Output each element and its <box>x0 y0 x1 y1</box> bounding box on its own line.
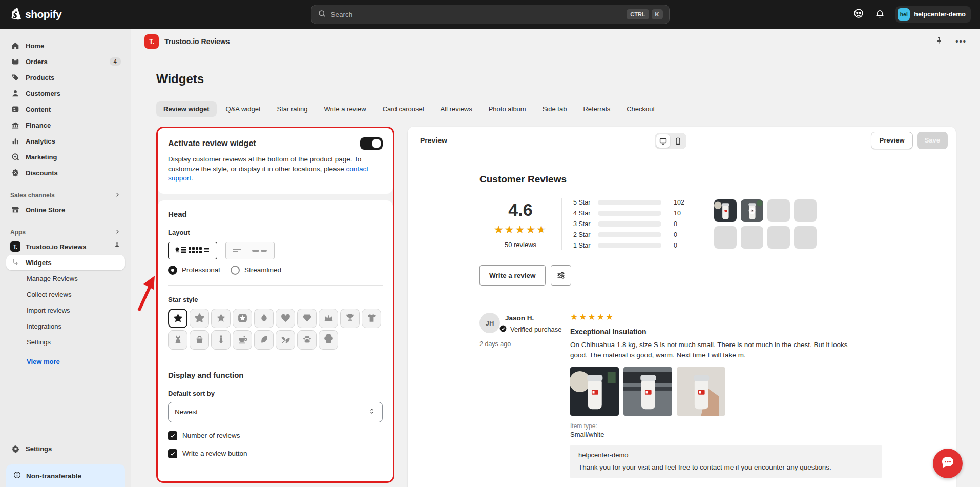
tab-side-tab[interactable]: Side tab <box>535 101 574 117</box>
search-placeholder: Search <box>331 11 353 18</box>
star-style-handbag-icon[interactable] <box>190 330 209 350</box>
sidebar-item-marketing[interactable]: Marketing <box>6 149 125 165</box>
sidebar-item-finance[interactable]: Finance <box>6 117 125 133</box>
star-style-heart-icon[interactable] <box>276 309 295 328</box>
apps-header[interactable]: Apps <box>6 226 125 239</box>
tab-all-reviews[interactable]: All reviews <box>433 101 479 117</box>
select-updown-icon <box>368 407 376 417</box>
orders-icon <box>10 57 20 66</box>
review-photo-tumbler-in-hand[interactable] <box>677 367 725 416</box>
star-style-label: Star style <box>168 296 383 303</box>
layout-streamlined-thumbnail[interactable] <box>225 242 275 259</box>
filter-sliders-icon[interactable] <box>551 265 571 286</box>
star-style-coffee-cup-icon[interactable] <box>233 330 252 350</box>
write-review-button-checkbox[interactable]: Write a review button <box>168 449 383 458</box>
sidebar-item-discounts[interactable]: Discounts <box>6 165 125 180</box>
assistant-icon[interactable] <box>853 8 864 21</box>
item-type-label: Item type: <box>570 422 884 430</box>
star-style-dress-icon[interactable] <box>168 330 187 350</box>
desktop-preview-icon[interactable] <box>656 134 670 148</box>
tab-referrals[interactable]: Referrals <box>576 101 617 117</box>
review-photo-tumbler-on-table[interactable] <box>623 367 672 416</box>
chat-button[interactable] <box>933 449 963 478</box>
tab-review-widget[interactable]: Review widget <box>156 101 217 117</box>
review-body: On Chihuahua 1.8 kg, size S is not much … <box>570 340 849 360</box>
pin-icon[interactable] <box>935 36 943 47</box>
star-style-crown-icon[interactable] <box>319 309 338 328</box>
sidebar-item-trustoo-app[interactable]: T. Trustoo.io Reviews <box>6 239 125 254</box>
page-title: Widgets <box>156 72 956 86</box>
pin-icon[interactable] <box>113 242 121 251</box>
default-sort-select[interactable]: Newest <box>168 402 383 422</box>
rating-bar-5-star[interactable]: 5 Star102 <box>573 199 684 206</box>
star-style-chef-hat-icon[interactable] <box>319 330 338 350</box>
star-style-star-solid-icon[interactable] <box>168 309 187 328</box>
sidebar-item-online-store[interactable]: Online Store <box>6 202 125 217</box>
number-of-reviews-checkbox[interactable]: Number of reviews <box>168 431 383 440</box>
review-item: JH Jason H. Verified purchase <box>479 313 884 478</box>
rating-bar-2-star[interactable]: 2 Star0 <box>573 231 684 238</box>
gallery-placeholder-tile <box>794 226 817 249</box>
sidebar-item-content[interactable]: Content <box>6 102 125 117</box>
activate-description: Display customer reviews at the bottom o… <box>168 155 383 184</box>
sidebar-item-integrations[interactable]: Integrations <box>6 318 125 334</box>
star-style-star-round-icon[interactable] <box>190 309 209 328</box>
sidebar-item-home[interactable]: Home <box>6 38 125 53</box>
rating-bar-4-star[interactable]: 4 Star10 <box>573 210 684 217</box>
rating-bar-3-star[interactable]: 3 Star0 <box>573 220 684 228</box>
tab-checkout[interactable]: Checkout <box>619 101 662 117</box>
star-style-gem-icon[interactable] <box>297 309 317 328</box>
save-button[interactable]: Save <box>917 132 948 149</box>
tab-star-rating[interactable]: Star rating <box>270 101 315 117</box>
shopify-logo[interactable]: shopify <box>9 7 61 23</box>
gallery-photo-tumbler-thumbnail[interactable] <box>714 199 737 222</box>
sidebar-item-products[interactable]: Products <box>6 70 125 85</box>
sales-channels-header[interactable]: Sales channels <box>6 189 125 202</box>
star-style-feather-icon[interactable] <box>276 330 295 350</box>
star-style-paw-icon[interactable] <box>297 330 317 350</box>
star-style-trophy-icon[interactable] <box>340 309 360 328</box>
sidebar-item-analytics[interactable]: Analytics <box>6 133 125 149</box>
radio-professional[interactable]: Professional <box>168 266 225 275</box>
tab-write-a-review[interactable]: Write a review <box>317 101 373 117</box>
mobile-preview-icon[interactable] <box>671 134 685 148</box>
sidebar-view-more[interactable]: View more <box>6 354 125 369</box>
star-style-tie-icon[interactable] <box>211 330 231 350</box>
head-settings-card: Head Layout Professional <box>158 200 393 481</box>
tab-card-carousel[interactable]: Card carousel <box>376 101 431 117</box>
layout-professional-thumbnail[interactable] <box>168 242 217 259</box>
activate-toggle[interactable] <box>360 137 383 150</box>
chevron-right-icon <box>114 191 121 200</box>
chat-bubble-icon <box>940 455 955 472</box>
review-photo-tumbler-on-desk[interactable] <box>570 367 619 416</box>
star-style-star-icon[interactable] <box>211 309 231 328</box>
sidebar-item-collect-reviews[interactable]: Collect reviews <box>6 287 125 302</box>
star-style-flame-icon[interactable] <box>254 309 274 328</box>
star-style-tshirt-icon[interactable] <box>362 309 381 328</box>
rating-bar-1-star[interactable]: 1 Star0 <box>573 242 684 249</box>
sidebar-sales-nav: Online Store <box>6 202 125 217</box>
radio-streamlined[interactable]: Streamlined <box>231 266 288 275</box>
gallery-video-tumbler-thumbnail[interactable] <box>741 199 763 222</box>
notifications-bell-icon[interactable] <box>874 8 885 21</box>
star-style-leaf-icon[interactable] <box>254 330 274 350</box>
sidebar-item-orders[interactable]: Orders4 <box>6 54 125 69</box>
write-a-review-button[interactable]: Write a review <box>479 265 546 286</box>
sidebar-item-manage-reviews[interactable]: Manage Reviews <box>6 271 125 286</box>
more-options-icon[interactable]: ••• <box>955 37 967 46</box>
sidebar-item-settings[interactable]: Settings <box>6 441 125 456</box>
sidebar-item-settings[interactable]: Settings <box>6 334 125 350</box>
review-widget-settings-panel: Activate review widget Display customer … <box>156 127 394 483</box>
sidebar-item-import-reviews[interactable]: Import reviews <box>6 302 125 318</box>
search-input[interactable]: Search CTRL K <box>311 5 670 24</box>
preview-button[interactable]: Preview <box>871 132 912 149</box>
store-avatar: hel <box>898 8 910 21</box>
tab-photo-album[interactable]: Photo album <box>482 101 533 117</box>
topbar: shopify Search CTRL K hel helpcenter-dem… <box>0 0 980 29</box>
non-transferable-banner[interactable]: Non-transferable <box>6 464 125 487</box>
tab-q-a-widget[interactable]: Q&A widget <box>219 101 268 117</box>
user-menu[interactable]: hel helpcenter-demo <box>895 6 971 23</box>
sidebar-item-customers[interactable]: Customers <box>6 86 125 101</box>
star-style-star-badge-icon[interactable] <box>233 309 252 328</box>
sidebar-item-widgets[interactable]: Widgets <box>6 255 125 270</box>
